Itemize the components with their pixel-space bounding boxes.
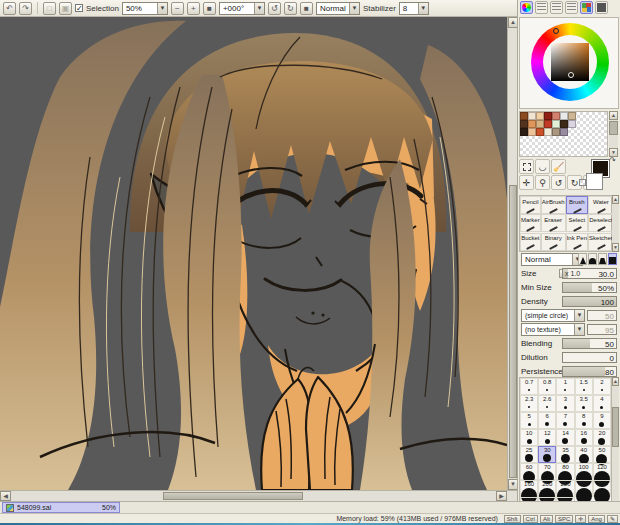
rotate-reset-button[interactable]: ■ bbox=[300, 2, 313, 15]
size-grid-scrollbar[interactable]: ▲ ▼ bbox=[612, 377, 619, 513]
color-swatch[interactable] bbox=[528, 120, 536, 128]
brush-size-2.6[interactable]: 2.6 bbox=[538, 395, 556, 412]
brush-size-20[interactable]: 20 bbox=[593, 429, 611, 446]
brush-size-2[interactable]: 2 bbox=[593, 378, 611, 395]
brush-size-6[interactable]: 6 bbox=[538, 412, 556, 429]
brush-blend-combo[interactable]: Normal ▼ bbox=[521, 253, 583, 266]
brush-size-70[interactable]: 70 bbox=[538, 463, 556, 480]
color-swatch[interactable] bbox=[560, 120, 568, 128]
chevron-down-icon[interactable]: ▼ bbox=[157, 3, 167, 14]
brush-texture-combo[interactable]: (no texture) ▼ bbox=[521, 323, 585, 336]
swatch-scrollbar[interactable]: ▲ ▼ bbox=[609, 111, 618, 157]
chevron-down-icon[interactable]: ▼ bbox=[349, 3, 359, 14]
blending-slider[interactable]: 50 bbox=[562, 338, 617, 349]
color-mixer-icon[interactable] bbox=[565, 1, 578, 14]
transparent-color[interactable] bbox=[579, 179, 586, 186]
zoom-tool-icon[interactable]: ⚲ bbox=[535, 175, 550, 190]
persistence-slider[interactable]: 80 bbox=[562, 366, 617, 377]
swatches-icon[interactable] bbox=[580, 1, 593, 14]
brush-size-25[interactable]: 25 bbox=[520, 446, 538, 463]
canvas-artwork[interactable] bbox=[0, 17, 507, 490]
scroll-up-icon[interactable]: ▲ bbox=[612, 195, 619, 204]
tool-brush[interactable]: Brush bbox=[566, 196, 588, 214]
zoom-combo[interactable]: 50% ▼ bbox=[122, 2, 168, 15]
edge-shape-trapezoid[interactable] bbox=[598, 253, 607, 265]
color-swatch[interactable] bbox=[520, 128, 528, 136]
angle-combo[interactable]: +000° ▼ bbox=[219, 2, 265, 15]
brush-size-0.8[interactable]: 0.8 bbox=[538, 378, 556, 395]
chevron-down-icon[interactable]: ▼ bbox=[418, 3, 428, 14]
brush-size-5[interactable]: 5 bbox=[520, 412, 538, 429]
brush-size-10[interactable]: 10 bbox=[520, 429, 538, 446]
edge-shape-square[interactable] bbox=[608, 253, 617, 265]
brush-size-3[interactable]: 3 bbox=[556, 395, 574, 412]
stabilizer-combo[interactable]: 8 ▼ bbox=[399, 2, 429, 15]
brush-size-350[interactable]: 350 bbox=[593, 480, 611, 497]
modifier-key-alt[interactable]: Alt bbox=[540, 515, 553, 523]
tool-binary[interactable]: Binary bbox=[541, 233, 566, 251]
brush-size-1.5[interactable]: 1.5 bbox=[575, 378, 593, 395]
magic-wand-icon[interactable]: 🧹 bbox=[551, 159, 566, 174]
rotate-ccw-button[interactable]: ↺ bbox=[268, 2, 281, 15]
hsv-sliders-icon[interactable] bbox=[550, 1, 563, 14]
tool-eraser[interactable]: Eraser bbox=[541, 214, 566, 232]
angle-indicator[interactable]: Ang bbox=[588, 515, 605, 523]
brush-size-80[interactable]: 80 bbox=[556, 463, 574, 480]
scroll-down-icon[interactable]: ▼ bbox=[612, 243, 619, 252]
brush-size-35[interactable]: 35 bbox=[556, 446, 574, 463]
canvas-vertical-scrollbar[interactable]: ▲ ▼ bbox=[507, 17, 517, 490]
selection-checkbox-box[interactable]: ✓ bbox=[75, 4, 83, 12]
color-swatch[interactable] bbox=[552, 120, 560, 128]
undo-icon[interactable]: ↶ bbox=[3, 2, 16, 15]
color-swatch[interactable] bbox=[528, 128, 536, 136]
color-swatch[interactable] bbox=[560, 128, 568, 136]
modifier-key-spc[interactable]: SPC bbox=[555, 515, 573, 523]
size-grid-scroll-thumb[interactable] bbox=[612, 407, 619, 447]
deselect-icon[interactable]: ▣ bbox=[59, 2, 72, 15]
move-tool-icon[interactable]: ✛ bbox=[519, 175, 534, 190]
scroll-left-icon[interactable]: ◀ bbox=[0, 491, 11, 501]
chevron-down-icon[interactable]: ▼ bbox=[574, 310, 584, 321]
chevron-down-icon[interactable]: ▼ bbox=[574, 324, 584, 335]
shape-strength-slider[interactable]: 50 bbox=[587, 310, 617, 321]
color-swatch[interactable] bbox=[520, 120, 528, 128]
marquee-select-icon[interactable] bbox=[519, 159, 534, 174]
zoom-reset-button[interactable]: ■ bbox=[203, 2, 216, 15]
color-swatch[interactable] bbox=[560, 112, 568, 120]
tool-water[interactable]: Water bbox=[588, 196, 614, 214]
brush-size-160[interactable]: 160 bbox=[520, 480, 538, 497]
scratchpad-icon[interactable] bbox=[595, 1, 608, 14]
brush-size-9[interactable]: 9 bbox=[593, 412, 611, 429]
brush-size-30[interactable]: 30 bbox=[538, 446, 556, 463]
size-slider[interactable]: x 1.0 30.0 bbox=[562, 268, 617, 279]
zoom-out-button[interactable]: − bbox=[171, 2, 184, 15]
blend-mode-combo[interactable]: Normal ▼ bbox=[316, 2, 360, 15]
tool-sketcher[interactable]: Sketcher bbox=[588, 233, 614, 251]
tool-bucket[interactable]: Bucket bbox=[520, 233, 541, 251]
brush-size-2.3[interactable]: 2.3 bbox=[520, 395, 538, 412]
color-swatch[interactable] bbox=[528, 112, 536, 120]
swatch-scroll-thumb[interactable] bbox=[609, 121, 618, 135]
brush-shape-combo[interactable]: (simple circle) ▼ bbox=[521, 309, 585, 322]
selection-checkbox[interactable]: ✓ Selection bbox=[75, 4, 119, 13]
brush-size-0.7[interactable]: 0.7 bbox=[520, 378, 538, 395]
brush-size-16[interactable]: 16 bbox=[575, 429, 593, 446]
tool-grid-scrollbar[interactable]: ▲ ▼ bbox=[612, 195, 619, 252]
tool-airbrush[interactable]: AirBrush bbox=[541, 196, 566, 214]
dilution-slider[interactable]: 0 bbox=[562, 352, 617, 363]
edge-shape-triangle[interactable] bbox=[578, 253, 587, 265]
hue-marker[interactable] bbox=[553, 28, 559, 34]
rgb-sliders-icon[interactable] bbox=[535, 1, 548, 14]
zoom-in-button[interactable]: + bbox=[187, 2, 200, 15]
brush-size-1[interactable]: 1 bbox=[556, 378, 574, 395]
modifier-key-ctrl[interactable]: Ctrl bbox=[523, 515, 538, 523]
color-swatch[interactable] bbox=[568, 112, 576, 120]
swap-colors-icon[interactable]: ↷ bbox=[609, 156, 616, 165]
pan-indicator-icon[interactable]: ✛ bbox=[575, 515, 586, 523]
scroll-right-icon[interactable]: ▶ bbox=[496, 491, 507, 501]
color-swatch[interactable] bbox=[536, 128, 544, 136]
tool-ink-pen[interactable]: Ink Pen bbox=[566, 233, 588, 251]
color-swatch[interactable] bbox=[536, 112, 544, 120]
brush-size-50[interactable]: 50 bbox=[593, 446, 611, 463]
tool-select[interactable]: Select bbox=[566, 214, 588, 232]
